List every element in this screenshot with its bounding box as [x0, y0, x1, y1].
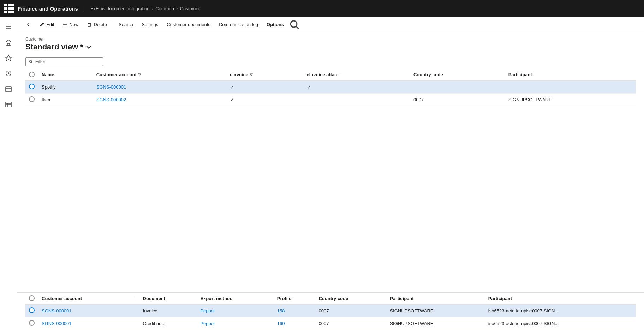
row-einvoice-attac-cell: ✓ [303, 80, 410, 94]
bottom-table-row[interactable]: SGNS-000001 Invoice Peppol 158 0007 SIGN… [25, 304, 636, 317]
bottom-col-customer-account-header[interactable]: Customer account [38, 293, 130, 304]
bottom-col-profile-header[interactable]: Profile [274, 293, 315, 304]
bottom-col-participant1-header[interactable]: Participant [386, 293, 484, 304]
bottom-row-participant1-cell: SIGNUPSOFTWARE [386, 317, 484, 330]
col-country-code-label: Country code [413, 72, 443, 77]
row-einvoice-attac-cell [303, 94, 410, 106]
row-radio[interactable] [29, 84, 35, 89]
svg-line-19 [296, 26, 299, 29]
row-einvoice-cell: ✓ [226, 94, 303, 106]
select-all-radio[interactable] [29, 72, 35, 77]
row-customer-account-cell: SGNS-000002 [93, 94, 226, 106]
sidebar-favorites-icon[interactable] [1, 51, 16, 65]
bottom-col-participant1-label: Participant [390, 296, 413, 301]
bottom-row-radio[interactable] [29, 320, 35, 326]
sidebar-list-icon[interactable] [1, 97, 16, 112]
customer-account-filter-icon[interactable]: ▽ [138, 72, 141, 77]
settings-label: Settings [142, 22, 158, 27]
sidebar-home-icon[interactable] [1, 35, 16, 49]
col-einvoice-header[interactable]: eInvoice ▽ [226, 69, 303, 80]
profile-link[interactable]: 158 [277, 308, 285, 313]
bottom-col-participant2-header[interactable]: Participant [485, 293, 636, 304]
breadcrumb-item-1[interactable]: ExFlow document integration [90, 6, 150, 11]
options-button[interactable]: Options [263, 20, 287, 29]
bottom-row-participant2-cell: iso6523-actorid-upis::0007:SIGN... [485, 304, 636, 317]
breadcrumb-item-3[interactable]: Customer [180, 6, 200, 11]
row-radio[interactable] [29, 96, 35, 102]
view-dropdown-icon[interactable] [85, 44, 92, 50]
edit-button[interactable]: Edit [36, 20, 58, 29]
bottom-col-country-code-label: Country code [318, 296, 348, 301]
bottom-row-select-cell[interactable] [25, 317, 38, 330]
bottom-row-select-cell[interactable] [25, 304, 38, 317]
col-einvoice-attac-label: eInvoice attac... [307, 72, 341, 77]
documents-table: Customer account ↑ [25, 293, 636, 330]
customer-account-link[interactable]: SGNS-000002 [96, 97, 126, 102]
bottom-customer-account-link[interactable]: SGNS-000001 [42, 308, 72, 313]
svg-rect-3 [7, 43, 10, 45]
bottom-col-select-header [25, 293, 38, 304]
bottom-row-customer-account-cell: SGNS-000001 [38, 317, 130, 330]
search-button[interactable]: Search [115, 20, 137, 29]
bottom-row-document-cell: Credit note [139, 317, 197, 330]
row-name-cell: Spotify [38, 80, 93, 94]
bottom-row-country-code-cell: 0007 [315, 317, 386, 330]
sidebar-calendar-icon[interactable] [1, 82, 16, 96]
col-name-label: Name [42, 72, 54, 77]
customer-documents-button[interactable]: Customer documents [163, 20, 214, 29]
profile-link[interactable]: 160 [277, 321, 285, 326]
sidebar-nav-icon[interactable] [1, 20, 16, 34]
col-customer-account-header[interactable]: Customer account ▽ [93, 69, 226, 80]
bottom-row-radio[interactable] [29, 307, 35, 313]
bottom-col-customer-account-label: Customer account [42, 296, 82, 301]
bottom-row-sort-cell [130, 304, 139, 317]
col-name-header[interactable]: Name [38, 69, 93, 80]
svg-line-14 [42, 24, 43, 24]
options-label: Options [267, 22, 284, 27]
row-select-cell[interactable] [25, 94, 38, 106]
back-button[interactable] [23, 20, 35, 29]
einvoice-check: ✓ [230, 97, 234, 103]
bottom-customer-account-link[interactable]: SGNS-000001 [42, 321, 72, 326]
customer-account-link[interactable]: SGNS-000001 [96, 84, 126, 90]
table-row[interactable]: Ikea SGNS-000002 ✓ 0007 SIGNUPSOFTWARE [25, 94, 636, 106]
communication-log-button[interactable]: Communication log [215, 20, 262, 29]
search-label: Search [119, 22, 133, 27]
search-icon-button[interactable] [289, 19, 300, 30]
bottom-col-country-code-header[interactable]: Country code [315, 293, 386, 304]
svg-marker-4 [6, 55, 11, 61]
filter-input[interactable] [35, 59, 100, 64]
row-einvoice-cell: ✓ [226, 80, 303, 94]
col-einvoice-label: eInvoice [230, 72, 248, 77]
bottom-select-all-radio[interactable] [29, 295, 35, 301]
app-menu-icon[interactable] [4, 4, 14, 13]
col-select-header [25, 69, 38, 80]
table-header-row: Name Customer account ▽ [25, 69, 636, 80]
content-area: Customer Standard view * [17, 32, 644, 330]
customer-documents-label: Customer documents [167, 22, 210, 27]
table-row[interactable]: Spotify SGNS-000001 ✓ ✓ [25, 80, 636, 94]
new-button[interactable]: New [59, 20, 82, 29]
bottom-col-sort-header[interactable]: ↑ [130, 293, 139, 304]
bottom-col-document-header[interactable]: Document [139, 293, 197, 304]
col-einvoice-attac-header[interactable]: eInvoice attac... [303, 69, 410, 80]
bottom-row-export-method-cell: Peppol [197, 317, 273, 330]
col-country-code-header[interactable]: Country code [410, 69, 505, 80]
export-method-link[interactable]: Peppol [200, 308, 214, 313]
page-label: Customer [25, 37, 636, 42]
export-method-link[interactable]: Peppol [200, 321, 214, 326]
row-country-code-cell [410, 80, 505, 94]
bottom-col-export-method-header[interactable]: Export method [197, 293, 273, 304]
delete-button[interactable]: Delete [83, 20, 111, 29]
row-select-cell[interactable] [25, 80, 38, 94]
sidebar-recent-icon[interactable] [1, 66, 16, 80]
svg-point-18 [291, 21, 297, 27]
col-participant-header[interactable]: Participant [505, 69, 636, 80]
breadcrumb-item-2[interactable]: Common [155, 6, 174, 11]
bottom-table-container: Customer account ↑ [17, 293, 644, 330]
bottom-row-sort-cell [130, 317, 139, 330]
settings-button[interactable]: Settings [138, 20, 162, 29]
col-customer-account-label: Customer account [96, 72, 137, 77]
bottom-table-row[interactable]: SGNS-000001 Credit note Peppol 160 0007 … [25, 317, 636, 330]
einvoice-filter-icon[interactable]: ▽ [250, 72, 252, 77]
